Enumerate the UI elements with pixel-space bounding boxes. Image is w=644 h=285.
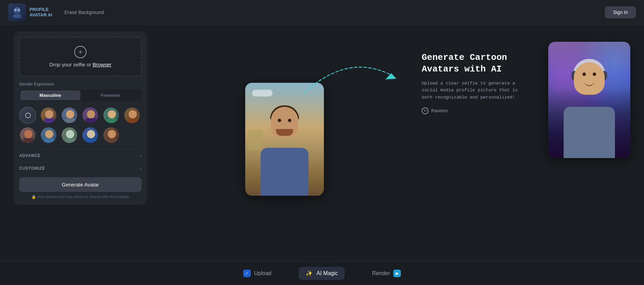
gender-label: Gender Expression bbox=[19, 82, 142, 87]
svg-rect-1 bbox=[13, 14, 21, 18]
sky-cloud bbox=[252, 90, 273, 96]
selfie-card bbox=[245, 83, 324, 196]
avatar-style-4[interactable] bbox=[103, 107, 120, 124]
logo-area: PROFILE AVATAR AI bbox=[8, 3, 52, 21]
ai-magic-icon: ✨ bbox=[305, 270, 313, 277]
svg-point-2 bbox=[14, 9, 16, 11]
refresh-icon: ↻ bbox=[422, 107, 429, 114]
header-right: Sign In bbox=[605, 7, 636, 18]
person-body bbox=[261, 148, 308, 196]
avatar-style-5[interactable] bbox=[123, 107, 141, 124]
avatar-3d-style[interactable]: ⬡ bbox=[19, 107, 36, 124]
svg-point-10 bbox=[87, 110, 95, 118]
svg-point-24 bbox=[108, 130, 116, 138]
upload-check-icon: ✓ bbox=[243, 270, 251, 277]
avatar-result-card bbox=[548, 42, 630, 158]
privacy-note: 🔒 Your photos won't be stored or shared … bbox=[19, 195, 142, 199]
sign-in-button[interactable]: Sign In bbox=[605, 7, 636, 18]
info-description: Upload a clear selfie to generate asocia… bbox=[422, 80, 538, 101]
customize-section[interactable]: CUSTOMIZE ‹ bbox=[19, 162, 142, 174]
upload-tab[interactable]: ✓ Upload bbox=[236, 267, 278, 280]
avatar-style-3[interactable] bbox=[82, 107, 99, 124]
right-eye bbox=[288, 119, 291, 122]
cartoon-figure bbox=[555, 55, 623, 158]
random-button[interactable]: ↻ Random bbox=[422, 107, 448, 114]
svg-rect-11 bbox=[86, 118, 96, 123]
ai-magic-tab-label: AI Magic bbox=[316, 270, 338, 276]
avatar-style-1[interactable] bbox=[40, 107, 57, 124]
svg-marker-26 bbox=[385, 73, 396, 79]
cartoon-smile bbox=[584, 81, 594, 86]
advance-section[interactable]: ADVANCE ‹ bbox=[19, 149, 142, 162]
main-content: + Drop your selfie or Browser Gender Exp… bbox=[0, 25, 644, 244]
cartoon-left-eye bbox=[582, 73, 586, 76]
avatar-style-10[interactable] bbox=[103, 127, 120, 144]
svg-point-18 bbox=[45, 130, 53, 138]
svg-point-22 bbox=[87, 130, 95, 138]
advance-label: ADVANCE bbox=[19, 153, 41, 158]
cartoon-right-eye bbox=[593, 73, 596, 76]
customize-chevron-icon: ‹ bbox=[140, 166, 142, 171]
avatar-style-6[interactable] bbox=[19, 127, 36, 144]
cartoon-eyes bbox=[582, 73, 596, 76]
render-tab-label: Render bbox=[372, 270, 390, 276]
avatar-style-9[interactable] bbox=[82, 127, 99, 144]
svg-point-7 bbox=[47, 111, 52, 117]
selfie-image bbox=[245, 83, 324, 196]
browser-link[interactable]: Browser bbox=[93, 62, 111, 67]
cartoon-head bbox=[574, 62, 605, 95]
svg-rect-23 bbox=[86, 138, 96, 143]
svg-rect-21 bbox=[65, 138, 75, 143]
center-section bbox=[157, 31, 411, 237]
person-figure bbox=[254, 100, 315, 196]
cartoon-body bbox=[564, 107, 615, 158]
feminine-button[interactable]: Feminine bbox=[80, 90, 141, 100]
svg-rect-17 bbox=[23, 138, 34, 143]
avatar-style-8[interactable] bbox=[61, 127, 78, 144]
svg-rect-19 bbox=[44, 138, 54, 143]
svg-point-3 bbox=[18, 9, 20, 11]
avatar-style-7[interactable] bbox=[40, 127, 57, 144]
avatar-style-grid: ⬡ bbox=[19, 107, 142, 144]
erase-background-link[interactable]: Erase Background bbox=[64, 10, 104, 15]
svg-point-8 bbox=[66, 110, 74, 118]
svg-rect-9 bbox=[65, 118, 75, 123]
avatar-style-2[interactable] bbox=[61, 107, 78, 124]
info-section: Generate CartoonAvatars with AI Upload a… bbox=[422, 31, 538, 114]
render-tab[interactable]: Render ▶ bbox=[365, 267, 408, 280]
advance-chevron-icon: ‹ bbox=[140, 153, 142, 158]
svg-point-20 bbox=[66, 130, 74, 138]
svg-rect-4 bbox=[15, 12, 19, 14]
gender-toggle: Masculine Feminine bbox=[19, 89, 142, 101]
logo-text: PROFILE AVATAR AI bbox=[29, 7, 52, 17]
random-label: Random bbox=[431, 108, 448, 113]
svg-rect-6 bbox=[44, 118, 54, 123]
generate-avatar-button[interactable]: Generate Avatar bbox=[19, 177, 142, 192]
svg-point-14 bbox=[129, 110, 137, 118]
info-title: Generate CartoonAvatars with AI bbox=[422, 52, 538, 75]
svg-point-12 bbox=[108, 110, 116, 118]
customize-label: CUSTOMIZE bbox=[19, 166, 45, 171]
masculine-button[interactable]: Masculine bbox=[20, 90, 80, 100]
upload-text: Drop your selfie or Browser bbox=[25, 62, 135, 67]
svg-point-16 bbox=[24, 130, 32, 138]
person-eyes bbox=[278, 119, 291, 122]
svg-rect-15 bbox=[128, 118, 138, 123]
ai-magic-tab[interactable]: ✨ AI Magic bbox=[299, 267, 344, 280]
bottom-bar: ✓ Upload ✨ AI Magic Render ▶ bbox=[0, 261, 644, 285]
svg-rect-13 bbox=[107, 118, 117, 123]
render-icon: ▶ bbox=[393, 270, 401, 277]
upload-tab-label: Upload bbox=[254, 270, 272, 276]
svg-rect-25 bbox=[107, 138, 117, 143]
avatar-result-image bbox=[548, 42, 630, 158]
3d-icon: ⬡ bbox=[20, 107, 36, 123]
person-head bbox=[271, 107, 298, 138]
logo-icon bbox=[8, 3, 26, 21]
upload-plus-icon: + bbox=[74, 46, 87, 58]
left-panel: + Drop your selfie or Browser Gender Exp… bbox=[14, 31, 147, 205]
left-eye bbox=[278, 119, 281, 122]
header: PROFILE AVATAR AI Erase Background Sign … bbox=[0, 0, 644, 25]
upload-area[interactable]: + Drop your selfie or Browser bbox=[19, 37, 142, 76]
person-beard bbox=[276, 129, 293, 136]
